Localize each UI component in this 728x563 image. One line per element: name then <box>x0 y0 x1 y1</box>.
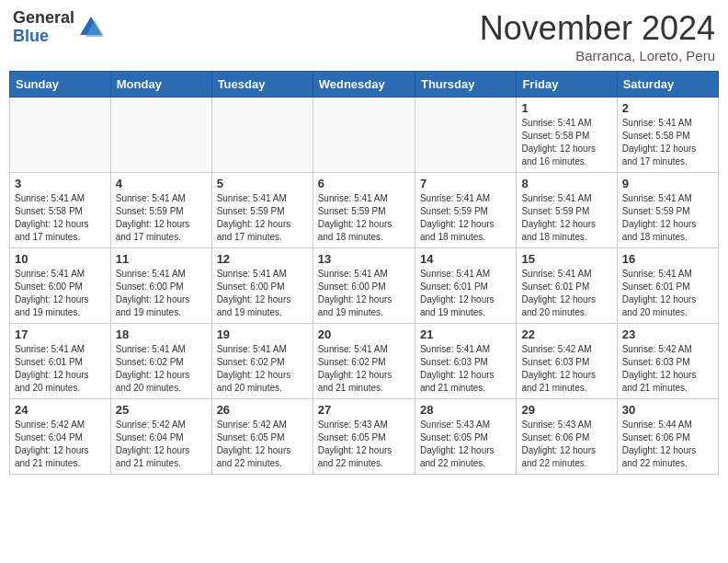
day-number: 4 <box>116 177 207 190</box>
day-number: 22 <box>521 327 611 341</box>
day-cell: 8Sunrise: 5:41 AM Sunset: 5:59 PM Daylig… <box>517 173 617 248</box>
day-info: Sunrise: 5:42 AM Sunset: 6:04 PM Dayligh… <box>116 419 207 470</box>
day-number: 13 <box>318 252 410 266</box>
day-number: 28 <box>420 403 511 417</box>
logo-icon <box>78 15 104 40</box>
day-info: Sunrise: 5:42 AM Sunset: 6:04 PM Dayligh… <box>15 419 106 470</box>
day-info: Sunrise: 5:42 AM Sunset: 6:03 PM Dayligh… <box>521 343 611 395</box>
day-cell: 4Sunrise: 5:41 AM Sunset: 5:59 PM Daylig… <box>110 173 211 248</box>
day-number: 5 <box>217 177 308 190</box>
day-cell: 25Sunrise: 5:42 AM Sunset: 6:04 PM Dayli… <box>110 399 211 475</box>
day-info: Sunrise: 5:42 AM Sunset: 6:05 PM Dayligh… <box>217 419 308 470</box>
day-cell: 11Sunrise: 5:41 AM Sunset: 6:00 PM Dayli… <box>110 248 211 324</box>
col-header-tuesday: Tuesday <box>211 72 313 98</box>
col-header-sunday: Sunday <box>10 72 111 98</box>
day-info: Sunrise: 5:41 AM Sunset: 6:01 PM Dayligh… <box>521 268 611 319</box>
day-info: Sunrise: 5:41 AM Sunset: 6:00 PM Dayligh… <box>318 268 410 319</box>
day-number: 18 <box>116 327 207 341</box>
day-cell: 14Sunrise: 5:41 AM Sunset: 6:01 PM Dayli… <box>415 248 516 324</box>
day-number: 6 <box>318 177 410 190</box>
day-info: Sunrise: 5:41 AM Sunset: 5:58 PM Dayligh… <box>622 117 713 168</box>
day-number: 1 <box>521 101 611 115</box>
month-title: November 2024 <box>480 9 715 48</box>
day-info: Sunrise: 5:43 AM Sunset: 6:05 PM Dayligh… <box>318 419 410 470</box>
day-cell <box>110 98 211 173</box>
day-number: 24 <box>15 403 106 417</box>
day-number: 27 <box>318 403 410 417</box>
day-cell: 5Sunrise: 5:41 AM Sunset: 5:59 PM Daylig… <box>211 173 313 248</box>
page-header: General Blue November 2024 Barranca, Lor… <box>9 9 719 63</box>
week-row-5: 24Sunrise: 5:42 AM Sunset: 6:04 PM Dayli… <box>10 399 719 475</box>
day-info: Sunrise: 5:41 AM Sunset: 6:02 PM Dayligh… <box>318 343 410 395</box>
day-cell: 9Sunrise: 5:41 AM Sunset: 5:59 PM Daylig… <box>617 173 718 248</box>
day-info: Sunrise: 5:43 AM Sunset: 6:06 PM Dayligh… <box>521 419 611 470</box>
day-cell: 20Sunrise: 5:41 AM Sunset: 6:02 PM Dayli… <box>313 324 415 399</box>
col-header-thursday: Thursday <box>415 72 516 98</box>
week-row-1: 1Sunrise: 5:41 AM Sunset: 5:58 PM Daylig… <box>10 98 719 173</box>
day-cell: 18Sunrise: 5:41 AM Sunset: 6:02 PM Dayli… <box>110 324 211 399</box>
day-cell: 13Sunrise: 5:41 AM Sunset: 6:00 PM Dayli… <box>313 248 415 324</box>
day-number: 7 <box>420 177 511 190</box>
day-cell: 15Sunrise: 5:41 AM Sunset: 6:01 PM Dayli… <box>517 248 617 324</box>
day-cell: 23Sunrise: 5:42 AM Sunset: 6:03 PM Dayli… <box>617 324 718 399</box>
day-cell <box>211 98 313 173</box>
week-row-4: 17Sunrise: 5:41 AM Sunset: 6:01 PM Dayli… <box>10 324 719 399</box>
day-number: 8 <box>521 177 611 190</box>
day-info: Sunrise: 5:41 AM Sunset: 6:03 PM Dayligh… <box>420 343 511 395</box>
day-info: Sunrise: 5:41 AM Sunset: 5:59 PM Dayligh… <box>420 192 511 244</box>
day-number: 12 <box>217 252 308 266</box>
day-info: Sunrise: 5:41 AM Sunset: 5:59 PM Dayligh… <box>521 192 611 244</box>
day-info: Sunrise: 5:41 AM Sunset: 5:59 PM Dayligh… <box>318 192 410 244</box>
col-header-monday: Monday <box>110 72 211 98</box>
day-cell: 7Sunrise: 5:41 AM Sunset: 5:59 PM Daylig… <box>415 173 516 248</box>
day-number: 19 <box>217 327 308 341</box>
day-info: Sunrise: 5:41 AM Sunset: 5:59 PM Dayligh… <box>622 192 713 244</box>
day-cell: 2Sunrise: 5:41 AM Sunset: 5:58 PM Daylig… <box>617 98 718 173</box>
day-info: Sunrise: 5:41 AM Sunset: 6:00 PM Dayligh… <box>116 268 207 319</box>
day-number: 25 <box>116 403 207 417</box>
day-number: 17 <box>15 327 106 341</box>
day-info: Sunrise: 5:41 AM Sunset: 5:59 PM Dayligh… <box>217 192 308 244</box>
day-info: Sunrise: 5:44 AM Sunset: 6:06 PM Dayligh… <box>622 419 713 470</box>
col-header-wednesday: Wednesday <box>313 72 415 98</box>
day-info: Sunrise: 5:41 AM Sunset: 6:00 PM Dayligh… <box>217 268 308 319</box>
logo-general: General <box>13 9 74 28</box>
day-info: Sunrise: 5:43 AM Sunset: 6:05 PM Dayligh… <box>420 419 511 470</box>
day-number: 23 <box>622 327 713 341</box>
day-number: 20 <box>318 327 410 341</box>
day-cell: 1Sunrise: 5:41 AM Sunset: 5:58 PM Daylig… <box>517 98 617 173</box>
day-cell: 6Sunrise: 5:41 AM Sunset: 5:59 PM Daylig… <box>313 173 415 248</box>
day-number: 29 <box>521 403 611 417</box>
title-area: November 2024 Barranca, Loreto, Peru <box>480 9 715 63</box>
day-cell: 21Sunrise: 5:41 AM Sunset: 6:03 PM Dayli… <box>415 324 516 399</box>
week-row-2: 3Sunrise: 5:41 AM Sunset: 5:58 PM Daylig… <box>10 173 719 248</box>
day-cell <box>415 98 516 173</box>
day-info: Sunrise: 5:41 AM Sunset: 6:01 PM Dayligh… <box>420 268 511 319</box>
day-cell: 30Sunrise: 5:44 AM Sunset: 6:06 PM Dayli… <box>617 399 718 475</box>
day-cell <box>313 98 415 173</box>
day-number: 9 <box>622 177 713 190</box>
day-cell: 17Sunrise: 5:41 AM Sunset: 6:01 PM Dayli… <box>10 324 111 399</box>
day-number: 3 <box>15 177 106 190</box>
day-cell: 27Sunrise: 5:43 AM Sunset: 6:05 PM Dayli… <box>313 399 415 475</box>
day-info: Sunrise: 5:42 AM Sunset: 6:03 PM Dayligh… <box>622 343 713 395</box>
day-number: 10 <box>15 252 106 266</box>
col-header-saturday: Saturday <box>617 72 718 98</box>
calendar-header-row: SundayMondayTuesdayWednesdayThursdayFrid… <box>10 72 719 98</box>
col-header-friday: Friday <box>517 72 617 98</box>
day-cell: 22Sunrise: 5:42 AM Sunset: 6:03 PM Dayli… <box>517 324 617 399</box>
day-info: Sunrise: 5:41 AM Sunset: 5:58 PM Dayligh… <box>15 192 106 244</box>
day-info: Sunrise: 5:41 AM Sunset: 5:59 PM Dayligh… <box>116 192 207 244</box>
day-cell: 29Sunrise: 5:43 AM Sunset: 6:06 PM Dayli… <box>517 399 617 475</box>
day-number: 11 <box>116 252 207 266</box>
day-number: 14 <box>420 252 511 266</box>
day-cell: 28Sunrise: 5:43 AM Sunset: 6:05 PM Dayli… <box>415 399 516 475</box>
day-info: Sunrise: 5:41 AM Sunset: 6:02 PM Dayligh… <box>217 343 308 395</box>
day-info: Sunrise: 5:41 AM Sunset: 6:00 PM Dayligh… <box>15 268 106 319</box>
day-cell: 24Sunrise: 5:42 AM Sunset: 6:04 PM Dayli… <box>10 399 111 475</box>
logo-blue: Blue <box>13 28 74 46</box>
day-number: 30 <box>622 403 713 417</box>
logo: General Blue <box>13 9 104 46</box>
day-info: Sunrise: 5:41 AM Sunset: 6:01 PM Dayligh… <box>622 268 713 319</box>
day-number: 26 <box>217 403 308 417</box>
